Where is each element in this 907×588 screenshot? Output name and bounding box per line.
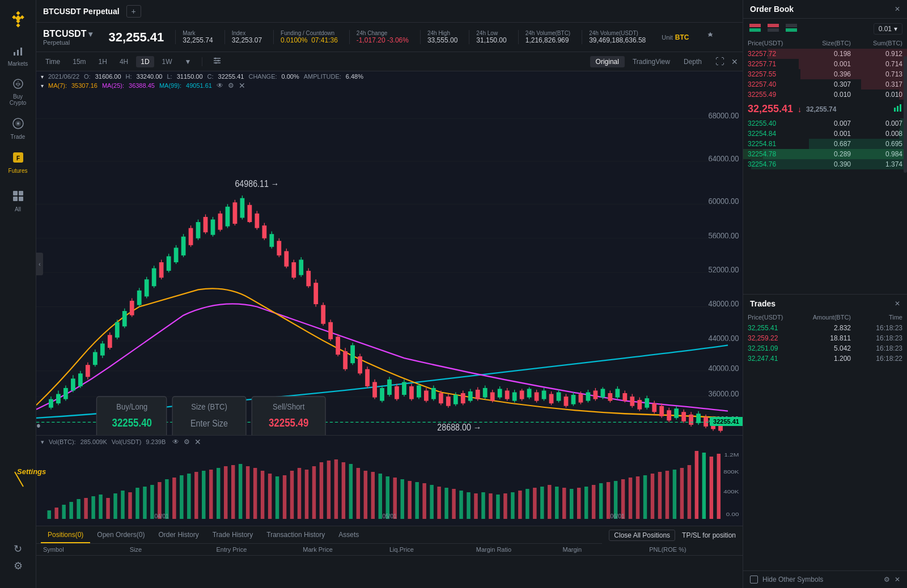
sidebar-item-buy-crypto[interactable]: BuyCrypto bbox=[0, 74, 36, 110]
symbol-name[interactable]: BTCUSDT ▾ bbox=[43, 29, 92, 39]
interval-15m[interactable]: 15m bbox=[68, 56, 90, 67]
svg-rect-331 bbox=[673, 470, 676, 519]
funding-value: 0.0100% bbox=[281, 36, 307, 44]
hide-other-symbols-checkbox[interactable] bbox=[750, 576, 758, 583]
svg-rect-84 bbox=[189, 228, 193, 245]
add-tab-button[interactable]: + bbox=[126, 5, 141, 18]
svg-rect-130 bbox=[358, 356, 362, 373]
ma-settings-icon[interactable]: ⚙ bbox=[228, 82, 234, 90]
high-value: 33,555.00 bbox=[427, 36, 457, 44]
svg-rect-18 bbox=[19, 197, 23, 201]
symbol-dropdown-arrow[interactable]: ▾ bbox=[88, 29, 92, 39]
svg-rect-112 bbox=[291, 262, 296, 278]
tab-transaction-history[interactable]: Transaction History bbox=[260, 526, 332, 543]
trade-row-1[interactable]: 32,255.41 2.832 16:18:23 bbox=[743, 323, 907, 333]
volume-close-icon[interactable]: ✕ bbox=[194, 437, 201, 446]
bid-row-5[interactable]: 32254.76 0.390 1.374 bbox=[743, 159, 907, 169]
ask-row-2[interactable]: 32257.71 0.001 0.714 bbox=[743, 59, 907, 69]
chart-collapse-handle[interactable]: ‹ bbox=[36, 253, 43, 275]
ob-view-buy[interactable] bbox=[784, 22, 799, 35]
tab-original[interactable]: Original bbox=[590, 56, 625, 67]
tab-assets[interactable]: Assets bbox=[332, 526, 366, 543]
tab-open-orders[interactable]: Open Orders(0) bbox=[90, 526, 151, 543]
tp-sl-btn[interactable]: TP/SL for position bbox=[682, 531, 736, 539]
svg-rect-188 bbox=[571, 395, 576, 404]
svg-rect-338 bbox=[749, 24, 761, 27]
time-label: Time bbox=[41, 56, 65, 67]
sidebar-item-trade[interactable]: Trade bbox=[0, 113, 36, 144]
unit-selector[interactable]: Unit BTC bbox=[662, 33, 689, 41]
svg-rect-170 bbox=[505, 390, 510, 399]
svg-rect-132 bbox=[365, 369, 370, 386]
ask-row-5[interactable]: 32255.49 0.010 0.010 bbox=[743, 90, 907, 100]
ask-row-3[interactable]: 32257.55 0.396 0.713 bbox=[743, 69, 907, 79]
bid-row-4[interactable]: 32254.78 0.289 0.984 bbox=[743, 149, 907, 159]
interval-1w[interactable]: 1W bbox=[158, 56, 177, 67]
ask-row-1[interactable]: 32257.72 0.198 0.912 bbox=[743, 49, 907, 59]
low-stat: 24h Low 31,150.00 bbox=[469, 30, 506, 44]
svg-point-23 bbox=[217, 60, 219, 62]
trade-icon bbox=[12, 117, 24, 133]
candlestick-chart[interactable]: 68000.00 64000.00 60000.00 56000.00 5200… bbox=[36, 93, 743, 435]
close-all-positions-btn[interactable]: Close All Positions bbox=[609, 530, 675, 541]
more-intervals-dropdown[interactable]: ▼ bbox=[180, 56, 196, 67]
ob-decimal-selector[interactable]: 0.01 ▾ bbox=[874, 23, 902, 35]
volume-settings-icon[interactable]: ⚙ bbox=[184, 438, 190, 446]
orderbook-close-button[interactable]: ✕ bbox=[895, 5, 900, 13]
volume-eye-icon[interactable]: 👁 bbox=[172, 438, 179, 446]
col-liq: Liq.Price bbox=[389, 546, 476, 553]
close-chart-button[interactable]: ✕ bbox=[731, 57, 738, 66]
tab-trade-history[interactable]: Trade History bbox=[206, 526, 260, 543]
svg-rect-288 bbox=[357, 468, 360, 519]
svg-rect-268 bbox=[209, 470, 213, 519]
tab-positions[interactable]: Positions(0) bbox=[41, 526, 90, 543]
ma-eye-icon[interactable]: 👁 bbox=[217, 82, 223, 90]
expand-chart-button[interactable]: ⛶ bbox=[715, 57, 724, 67]
svg-rect-285 bbox=[334, 459, 338, 519]
svg-rect-60 bbox=[100, 343, 105, 355]
tab-depth[interactable]: Depth bbox=[678, 56, 707, 67]
sidebar-item-markets[interactable]: Markets bbox=[0, 41, 36, 71]
chart-type-tabs: Original TradingView Depth bbox=[590, 56, 707, 67]
ob-view-sell[interactable] bbox=[766, 22, 781, 35]
svg-rect-162 bbox=[476, 390, 480, 399]
svg-text:36000.00: 36000.00 bbox=[708, 389, 739, 398]
orderbook-scrollbar[interactable] bbox=[743, 169, 907, 173]
svg-text:32255.40: 32255.40 bbox=[112, 416, 152, 429]
volume-section: ▾ Vol(BTC): 285.009K Vol(USDT) 9.239B 👁 … bbox=[36, 435, 743, 526]
svg-rect-58 bbox=[93, 352, 98, 365]
price-settings-icon[interactable] bbox=[705, 31, 715, 43]
tab-tradingview[interactable]: TradingView bbox=[627, 56, 676, 67]
svg-rect-292 bbox=[386, 476, 389, 519]
tab-order-history[interactable]: Order History bbox=[151, 526, 205, 543]
svg-text:Enter Size: Enter Size bbox=[190, 418, 228, 428]
ob-view-both[interactable] bbox=[748, 22, 762, 35]
refresh-button[interactable]: ↻ bbox=[14, 543, 22, 555]
trades-close-button[interactable]: ✕ bbox=[895, 300, 900, 308]
trades-settings-icon[interactable]: ⚙ bbox=[884, 576, 890, 583]
svg-rect-214 bbox=[667, 410, 671, 420]
bid-row-2[interactable]: 32254.84 0.001 0.008 bbox=[743, 129, 907, 139]
trade-row-4[interactable]: 32,247.41 1.200 16:18:22 bbox=[743, 353, 907, 364]
logo[interactable] bbox=[0, 5, 36, 34]
interval-1d[interactable]: 1D bbox=[136, 56, 154, 67]
trades-close-icon[interactable]: ✕ bbox=[895, 576, 900, 583]
svg-text:Sell/Short: Sell/Short bbox=[273, 402, 304, 411]
trade-row-2[interactable]: 32,259.22 18.811 16:18:23 bbox=[743, 333, 907, 343]
trade-row-3[interactable]: 32,251.09 5.042 16:18:23 bbox=[743, 343, 907, 353]
settings-button[interactable]: ⚙ bbox=[14, 560, 23, 572]
interval-1h[interactable]: 1H bbox=[94, 56, 112, 67]
svg-rect-276 bbox=[268, 474, 272, 519]
bid-row-1[interactable]: 32255.40 0.007 0.007 bbox=[743, 118, 907, 129]
bar-chart-icon[interactable] bbox=[893, 103, 902, 115]
interval-4h[interactable]: 4H bbox=[115, 56, 133, 67]
chart-settings-btn[interactable] bbox=[208, 54, 226, 69]
svg-rect-110 bbox=[284, 251, 289, 266]
sidebar-item-futures[interactable]: F Futures bbox=[0, 147, 36, 178]
bid-row-3[interactable]: 32254.81 0.687 0.695 bbox=[743, 139, 907, 149]
ask-row-4[interactable]: 32257.40 0.307 0.317 bbox=[743, 79, 907, 90]
ma-close-icon[interactable]: ✕ bbox=[239, 81, 245, 90]
sidebar-item-all[interactable]: All bbox=[0, 185, 36, 217]
svg-rect-273 bbox=[246, 466, 249, 519]
svg-text:1.2M: 1.2M bbox=[724, 452, 739, 457]
